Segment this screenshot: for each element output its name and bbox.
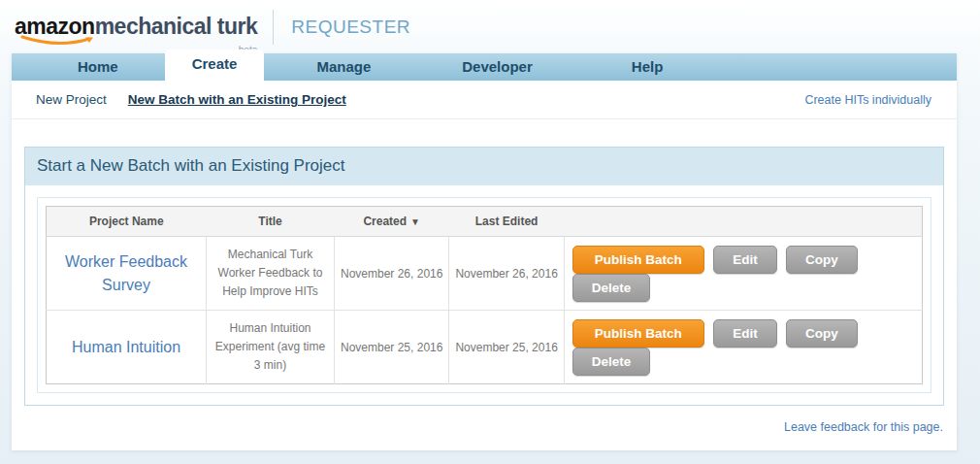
project-actions: Publish Batch Edit Copy Delete [564, 237, 922, 311]
new-batch-panel: Start a New Batch with an Existing Proje… [24, 147, 944, 406]
sort-desc-icon: ▼ [410, 216, 420, 227]
create-hits-individually-link[interactable]: Create HITs individually [804, 93, 931, 107]
projects-table-wrapper: Project Name Title Created▼ Last Edited … [37, 197, 931, 393]
table-header-row: Project Name Title Created▼ Last Edited [47, 207, 923, 237]
tab-developer[interactable]: Developer [435, 53, 560, 81]
tab-create[interactable]: Create [165, 50, 265, 81]
project-actions: Publish Batch Edit Copy Delete [564, 311, 922, 384]
project-name-link[interactable]: Human Intuition [72, 339, 180, 355]
publish-batch-button[interactable]: Publish Batch [572, 319, 704, 348]
subnav-new-batch-link[interactable]: New Batch with an Existing Project [128, 92, 346, 107]
table-row: Worker Feedback Survey Mechanical Turk W… [47, 237, 923, 311]
edit-button[interactable]: Edit [713, 319, 777, 348]
publish-batch-button[interactable]: Publish Batch [572, 246, 704, 274]
edit-button[interactable]: Edit [713, 246, 777, 274]
copy-button[interactable]: Copy [786, 246, 858, 274]
project-created-date: November 25, 2016 [335, 311, 449, 384]
column-header-project-name[interactable]: Project Name [47, 207, 207, 237]
delete-button[interactable]: Delete [572, 348, 651, 376]
subnav-new-project-link[interactable]: New Project [36, 92, 107, 107]
projects-table: Project Name Title Created▼ Last Edited … [46, 206, 923, 384]
leave-feedback-link[interactable]: Leave feedback for this page. [784, 420, 943, 434]
column-header-created-label: Created [363, 215, 407, 228]
container-footer: Leave feedback for this page. [12, 406, 957, 450]
mturk-logo[interactable]: amazon mechanical turk beta [15, 14, 257, 40]
table-row: Human Intuition Human Intuition Experime… [47, 311, 923, 384]
project-title: Human Intuition Experiment (avg time 3 m… [207, 311, 335, 384]
column-header-title[interactable]: Title [207, 207, 335, 237]
amazon-smile-icon [19, 34, 97, 48]
logo-mechanical-turk-text: mechanical turk [95, 14, 258, 40]
copy-button[interactable]: Copy [786, 319, 858, 348]
project-created-date: November 26, 2016 [335, 237, 449, 311]
panel-body: Project Name Title Created▼ Last Edited … [25, 185, 943, 405]
project-last-edited-date: November 25, 2016 [449, 311, 564, 384]
tab-home[interactable]: Home [50, 53, 146, 81]
delete-button[interactable]: Delete [572, 274, 651, 302]
project-title: Mechanical Turk Worker Feedback to Help … [207, 237, 335, 311]
tab-manage[interactable]: Manage [289, 53, 398, 81]
top-header: amazon mechanical turk beta REQUESTER [0, 0, 980, 53]
column-header-created[interactable]: Created▼ [335, 207, 449, 237]
column-header-last-edited[interactable]: Last Edited [449, 207, 564, 237]
project-last-edited-date: November 26, 2016 [449, 237, 564, 311]
requester-label: REQUESTER [291, 17, 410, 38]
project-name-link[interactable]: Worker Feedback Survey [65, 253, 187, 292]
header-divider [273, 10, 274, 45]
main-container: Home Create Manage Developer Help New Pr… [12, 53, 957, 450]
panel-title: Start a New Batch with an Existing Proje… [25, 148, 943, 185]
primary-nav-tabbar: Home Create Manage Developer Help [12, 53, 957, 81]
tab-help[interactable]: Help [604, 53, 691, 81]
column-header-actions [564, 207, 922, 237]
secondary-nav: New Project New Batch with an Existing P… [12, 81, 957, 119]
